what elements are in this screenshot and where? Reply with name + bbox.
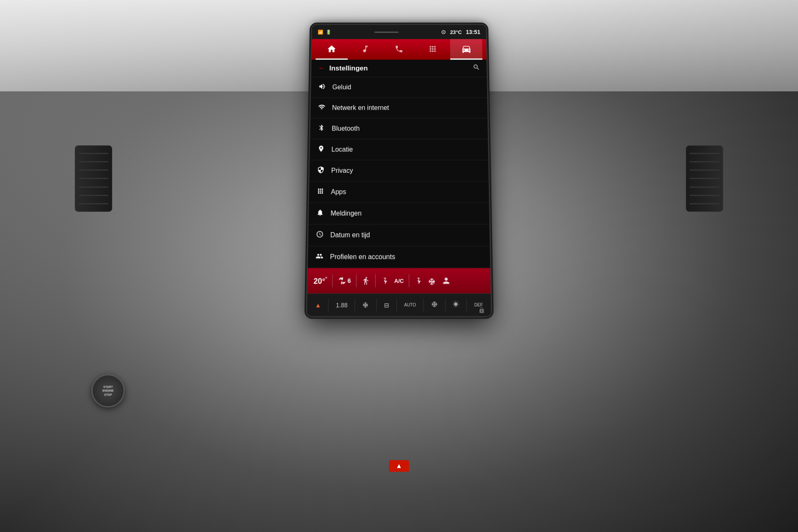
time-display: 13:51 bbox=[466, 29, 480, 35]
divider bbox=[377, 298, 377, 311]
status-bar: 📶 🔋 ⊙ 23°C 13:51 bbox=[312, 25, 486, 39]
menu-item-locatie[interactable]: Locatie bbox=[310, 139, 488, 160]
menu-item-apps-label: Apps bbox=[331, 188, 346, 196]
heat-icon bbox=[362, 277, 370, 285]
screen-ctrl-btn[interactable]: ⊟ bbox=[384, 302, 389, 309]
airdir-btn[interactable] bbox=[453, 301, 460, 309]
auto-btn[interactable]: AUTO bbox=[404, 302, 416, 307]
divider bbox=[328, 298, 328, 311]
speed-btn[interactable]: 1.88 bbox=[336, 302, 347, 309]
divider bbox=[445, 298, 445, 311]
fan-icon: 6 bbox=[338, 277, 351, 285]
ac-ctrl-icon bbox=[431, 301, 438, 309]
nav-car[interactable] bbox=[450, 39, 483, 60]
apps-icon bbox=[316, 187, 325, 196]
divider bbox=[397, 298, 397, 311]
climate-divider-2 bbox=[356, 274, 356, 287]
menu-item-netwerk[interactable]: Netwerk en internet bbox=[310, 98, 488, 118]
status-right: ⊙ 23°C 13:51 bbox=[441, 29, 480, 35]
menu-item-geluid-label: Geluid bbox=[332, 83, 351, 91]
menu-item-profielen-label: Profielen en accounts bbox=[330, 253, 395, 261]
wifi-status-icon: 🔋 bbox=[326, 29, 332, 34]
nav-phone[interactable] bbox=[383, 39, 415, 60]
hazard-button[interactable]: ▲ bbox=[389, 460, 409, 472]
ac-ctrl-btn[interactable] bbox=[431, 301, 438, 309]
screen-ctrl-icon: ⊟ bbox=[384, 302, 389, 309]
menu-item-bluetooth-label: Bluetooth bbox=[332, 125, 360, 132]
privacy-icon bbox=[316, 166, 325, 175]
sound-icon bbox=[318, 83, 327, 92]
menu-item-privacy-label: Privacy bbox=[331, 167, 353, 174]
screen-display: 📶 🔋 ⊙ 23°C 13:51 bbox=[307, 25, 491, 316]
menu-item-datum[interactable]: Datum en tijd bbox=[308, 225, 490, 246]
engine-start-button[interactable]: START ENGINE STOP bbox=[91, 374, 125, 407]
seat-heat-icon bbox=[381, 277, 389, 285]
menu-item-profielen[interactable]: Profielen en accounts bbox=[308, 246, 490, 268]
physical-controls-bar: ▲ 1.88 ⊟ bbox=[307, 293, 491, 316]
climate-temperature: 20°° bbox=[313, 276, 327, 286]
defrost-icon bbox=[428, 277, 437, 285]
speed-icon: ⊙ bbox=[441, 29, 446, 35]
bell-icon bbox=[315, 209, 325, 218]
ac-label: A/C bbox=[394, 277, 404, 284]
climate-divider-1 bbox=[332, 274, 332, 287]
airdir-icon bbox=[453, 301, 460, 309]
nav-music[interactable] bbox=[349, 39, 381, 60]
nav-bar bbox=[312, 39, 487, 60]
header-left: ← Instellingen bbox=[318, 64, 368, 72]
hazard-triangle-icon: ▲ bbox=[396, 462, 402, 470]
clock-icon bbox=[315, 230, 325, 240]
vent-right bbox=[686, 145, 723, 212]
speed-icon-ctrl: 1.88 bbox=[336, 302, 347, 309]
menu-item-netwerk-label: Netwerk en internet bbox=[332, 104, 389, 112]
hazard-btn[interactable]: ▲ bbox=[315, 302, 321, 309]
menu-item-bluetooth[interactable]: Bluetooth bbox=[310, 118, 488, 139]
vent-left bbox=[75, 145, 112, 212]
menu-item-locatie-label: Locatie bbox=[331, 146, 353, 153]
passenger-icon bbox=[441, 276, 451, 285]
settings-title: Instellingen bbox=[329, 64, 368, 72]
nav-home[interactable] bbox=[315, 39, 348, 60]
menu-item-geluid[interactable]: Geluid bbox=[311, 77, 487, 98]
car-background: START ENGINE STOP 📶 🔋 ⊙ 23°C 13:51 bbox=[0, 0, 798, 532]
screen-outer: 📶 🔋 ⊙ 23°C 13:51 bbox=[307, 25, 491, 316]
status-left: 📶 🔋 bbox=[318, 29, 331, 34]
menu-item-meldingen-label: Meldingen bbox=[330, 210, 362, 217]
temperature-display: 23°C bbox=[450, 29, 462, 35]
seat-heat-right-icon bbox=[414, 277, 423, 285]
location-icon bbox=[316, 145, 325, 154]
divider bbox=[423, 298, 424, 311]
menu-item-privacy[interactable]: Privacy bbox=[309, 160, 488, 181]
status-pill bbox=[374, 32, 398, 33]
infotainment-screen: 📶 🔋 ⊙ 23°C 13:51 bbox=[310, 21, 488, 312]
climate-divider-3 bbox=[375, 274, 375, 287]
lock-icon bbox=[478, 307, 485, 315]
menu-item-datum-label: Datum en tijd bbox=[330, 231, 370, 239]
climate-bar: 20°° 6 A/C bbox=[308, 268, 491, 294]
people-icon bbox=[315, 252, 324, 262]
hazard-icon: ▲ bbox=[315, 302, 321, 309]
auto-label: AUTO bbox=[404, 302, 416, 307]
nav-apps[interactable] bbox=[416, 39, 448, 60]
bluetooth-icon bbox=[317, 124, 326, 133]
menu-item-apps[interactable]: Apps bbox=[309, 181, 489, 203]
defrost-front-btn[interactable] bbox=[362, 301, 369, 309]
settings-menu: Geluid Netwerk en internet bbox=[308, 77, 490, 268]
menu-item-meldingen[interactable]: Meldingen bbox=[309, 203, 490, 225]
wifi-icon bbox=[317, 103, 326, 112]
fan-speed: 6 bbox=[347, 277, 351, 284]
settings-header: ← Instellingen bbox=[311, 60, 487, 77]
search-button[interactable] bbox=[473, 64, 480, 73]
climate-divider-4 bbox=[409, 274, 409, 287]
divider bbox=[467, 298, 467, 311]
defrost-front-icon bbox=[362, 301, 369, 309]
back-button[interactable]: ← bbox=[318, 64, 325, 72]
divider bbox=[355, 298, 355, 311]
signal-icon: 📶 bbox=[318, 29, 323, 34]
